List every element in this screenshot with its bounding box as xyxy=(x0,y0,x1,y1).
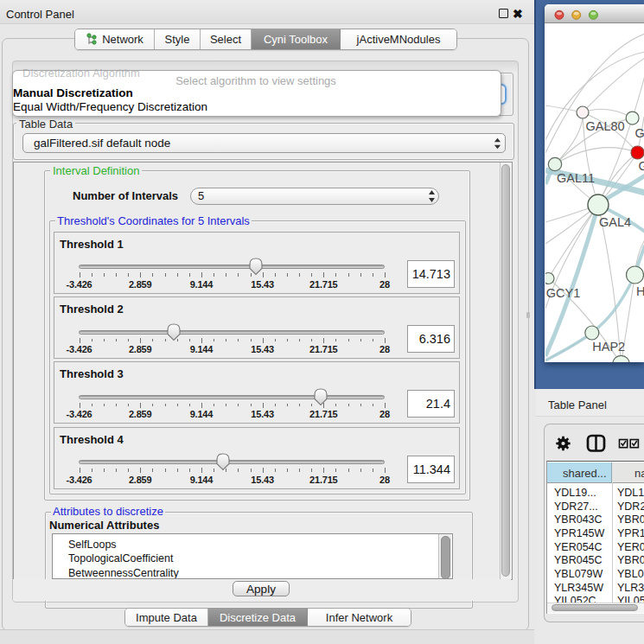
svg-text:H: H xyxy=(636,284,644,298)
svg-text:GAL11: GAL11 xyxy=(557,171,595,185)
svg-text:GA: GA xyxy=(634,126,644,140)
svg-text:HAP2: HAP2 xyxy=(592,340,625,354)
svg-text:GAL80: GAL80 xyxy=(585,119,624,133)
svg-text:G: G xyxy=(638,159,644,173)
svg-text:GCY1: GCY1 xyxy=(545,286,580,300)
svg-text:GAL4: GAL4 xyxy=(599,215,631,229)
